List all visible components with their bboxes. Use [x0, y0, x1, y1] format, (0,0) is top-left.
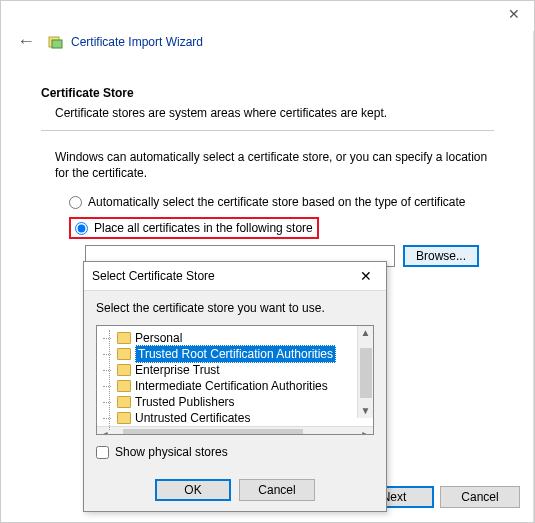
show-physical-checkbox-row[interactable]: Show physical stores — [96, 445, 374, 459]
folder-icon — [117, 396, 131, 408]
divider — [41, 130, 494, 131]
show-physical-checkbox[interactable] — [96, 446, 109, 459]
tree-item-trusted-publishers[interactable]: Trusted Publishers — [115, 394, 373, 410]
store-tree[interactable]: Personal Trusted Root Certification Auth… — [96, 325, 374, 435]
dialog-cancel-button[interactable]: Cancel — [239, 479, 315, 501]
show-physical-label: Show physical stores — [115, 445, 228, 459]
radio-auto-input[interactable] — [69, 196, 82, 209]
scroll-thumb-h[interactable] — [123, 429, 303, 436]
svg-rect-1 — [52, 40, 62, 48]
folder-icon — [117, 412, 131, 424]
select-store-dialog: Select Certificate Store ✕ Select the ce… — [83, 261, 387, 512]
tree-item-enterprise-trust[interactable]: Enterprise Trust — [115, 362, 373, 378]
scroll-down-icon[interactable]: ▼ — [361, 404, 371, 418]
dialog-message: Select the certificate store you want to… — [96, 301, 374, 315]
scroll-up-icon[interactable]: ▲ — [361, 326, 371, 340]
radio-auto-select[interactable]: Automatically select the certificate sto… — [69, 195, 494, 209]
tree-item-personal[interactable]: Personal — [115, 330, 373, 346]
scroll-right-icon[interactable]: ► — [359, 428, 373, 436]
radio-auto-label: Automatically select the certificate sto… — [88, 195, 466, 209]
section-heading: Certificate Store — [41, 86, 494, 100]
certificate-wizard-icon — [47, 34, 63, 50]
radio-manual-highlight: Place all certificates in the following … — [69, 217, 319, 239]
folder-icon — [117, 348, 131, 360]
folder-icon — [117, 332, 131, 344]
vertical-scrollbar[interactable]: ▲ ▼ — [357, 326, 373, 418]
dialog-title: Select Certificate Store — [92, 269, 215, 283]
window-close-button[interactable]: ✕ — [494, 1, 534, 27]
horizontal-scrollbar[interactable]: ◄ ► — [97, 426, 373, 435]
radio-manual-select[interactable]: Place all certificates in the following … — [75, 221, 313, 235]
intro-text: Windows can automatically select a certi… — [55, 149, 494, 181]
browse-button[interactable]: Browse... — [403, 245, 479, 267]
radio-manual-input[interactable] — [75, 222, 88, 235]
folder-icon — [117, 364, 131, 376]
tree-item-intermediate[interactable]: Intermediate Certification Authorities — [115, 378, 373, 394]
scroll-thumb[interactable] — [360, 348, 372, 398]
cancel-button[interactable]: Cancel — [440, 486, 520, 508]
radio-manual-label: Place all certificates in the following … — [94, 221, 313, 235]
section-subtext: Certificate stores are system areas wher… — [55, 106, 494, 120]
wizard-title: Certificate Import Wizard — [71, 35, 203, 49]
tree-item-untrusted[interactable]: Untrusted Certificates — [115, 410, 373, 426]
back-arrow-icon[interactable]: ← — [13, 31, 39, 52]
folder-icon — [117, 380, 131, 392]
tree-item-trusted-root[interactable]: Trusted Root Certification Authorities — [115, 346, 373, 362]
dialog-ok-button[interactable]: OK — [155, 479, 231, 501]
dialog-close-button[interactable]: ✕ — [354, 268, 378, 284]
